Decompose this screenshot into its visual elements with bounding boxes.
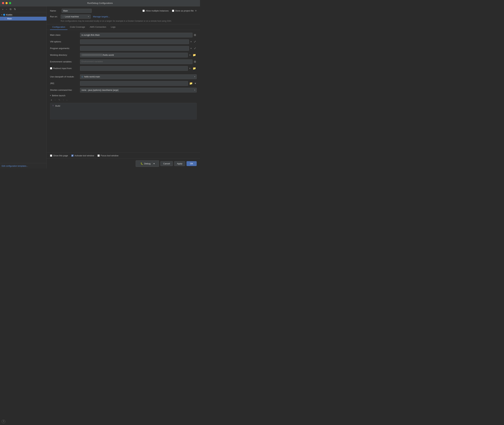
jre-dropdown-arrow[interactable]: ▾ — [194, 81, 197, 85]
jre-browse-button[interactable]: 📁 — [189, 81, 193, 85]
env-vars-field: Environment variables ⊞ — [80, 60, 197, 64]
debug-dropdown-arrow[interactable]: ▾ — [152, 161, 156, 166]
tab-aws-connection[interactable]: AWS Connection — [87, 24, 109, 30]
tab-code-coverage[interactable]: Code Coverage — [67, 24, 87, 30]
show-this-page-option[interactable]: Show this page — [50, 154, 68, 157]
classpath-row: Use classpath of module: ⊡ hello-world.m… — [50, 74, 197, 79]
show-this-page-label: Show this page — [53, 154, 68, 157]
add-config-button[interactable]: + — [1, 7, 4, 11]
kotlin-group-label: Kotlin — [6, 13, 12, 16]
maximize-button[interactable] — [9, 2, 11, 4]
jre-input[interactable] — [80, 81, 188, 86]
tab-logs[interactable]: Logs — [109, 24, 118, 30]
copy-config-button[interactable]: ⧉ — [9, 7, 12, 11]
apply-button[interactable]: Apply — [174, 161, 185, 166]
focus-tool-window-option[interactable]: Focus tool window — [97, 154, 118, 157]
before-launch-section: ▾ Before launch + − ✎ ↑ ↓ ⊤ Build — [50, 94, 197, 120]
classpath-dropdown[interactable]: ⊡ hello-world.main ▾ — [80, 74, 197, 79]
edit-templates-link[interactable]: Edit configuration templates... — [2, 165, 28, 167]
vm-options-field: + ⤢ — [80, 39, 197, 44]
working-directory-browse-button[interactable]: 📁 — [192, 53, 197, 57]
classpath-dropdown-arrow: ▾ — [194, 76, 195, 78]
minimize-button[interactable] — [6, 2, 8, 4]
sidebar: + − ⧉ ⇅ ▾ 🔷 Kotlin ▷ Main Edit configura… — [0, 6, 47, 169]
build-item-label: Build — [55, 105, 60, 107]
redirect-input-add-button[interactable]: + — [188, 66, 191, 70]
run-on-arrow: ▾ — [88, 16, 89, 18]
vm-options-input[interactable] — [80, 39, 189, 44]
window-controls[interactable] — [2, 2, 11, 4]
store-as-project-file-input[interactable] — [172, 10, 174, 12]
main-class-input[interactable] — [80, 33, 193, 37]
run-on-label: Run on: — [50, 15, 58, 18]
program-arguments-row: Program arguments: + ⤢ — [50, 46, 197, 51]
sidebar-item-main[interactable]: ▷ Main — [0, 17, 46, 20]
before-launch-expand-arrow[interactable]: ▾ — [50, 94, 51, 97]
program-arguments-label: Program arguments: — [50, 47, 80, 50]
before-launch-item-build[interactable]: ⊤ Build — [52, 104, 195, 108]
sidebar-group-kotlin: ▾ 🔷 Kotlin ▷ Main — [0, 13, 46, 20]
working-directory-suffix: /hello-world — [103, 54, 114, 56]
build-item-icon: ⊤ — [52, 105, 54, 107]
main-class-browse-button[interactable]: ⊞ — [193, 33, 197, 37]
allow-multiple-instances-label: Allow multiple instances — [146, 9, 169, 12]
env-vars-browse-button[interactable]: ⊞ — [193, 60, 197, 64]
run-on-dropdown[interactable]: ⌂ Local machine ▾ — [61, 14, 91, 19]
name-input[interactable] — [62, 9, 92, 13]
store-as-project-settings-icon[interactable]: ⚙ — [195, 10, 197, 12]
footer-options: Show this page Activate tool window Focu… — [47, 153, 200, 159]
before-launch-edit-button[interactable]: ✎ — [58, 98, 61, 102]
env-vars-input[interactable]: Environment variables — [80, 60, 193, 64]
manage-targets-link[interactable]: Manage targets... — [93, 15, 110, 18]
before-launch-down-button[interactable]: ↓ — [66, 98, 68, 102]
store-as-project-file-checkbox[interactable]: Store as project file ⚙ — [172, 9, 197, 12]
redirect-input-checkbox[interactable] — [50, 67, 52, 69]
working-directory-input[interactable]: •••••••••••••••••••••••••••• /hello-worl… — [80, 53, 188, 57]
before-launch-label: Before launch — [52, 94, 65, 97]
program-arguments-add-button[interactable]: + — [190, 46, 193, 50]
allow-multiple-instances-checkbox[interactable]: Allow multiple instances — [142, 9, 169, 12]
before-launch-remove-button[interactable]: − — [54, 98, 57, 102]
header-row1: Name: Allow multiple instances Store as … — [50, 9, 197, 13]
main-item-label: Main — [7, 17, 12, 20]
activate-tool-window-option[interactable]: Activate tool window — [71, 154, 94, 157]
sort-config-button[interactable]: ⇅ — [13, 7, 17, 11]
cancel-button[interactable]: Cancel — [160, 161, 173, 166]
main-class-field: ⊞ — [80, 33, 197, 37]
focus-tool-window-checkbox[interactable] — [97, 154, 100, 157]
working-directory-add-button[interactable]: + — [188, 53, 191, 57]
remove-config-button[interactable]: − — [5, 7, 8, 11]
redirect-input-browse-button[interactable]: 📁 — [192, 66, 197, 70]
activate-tool-window-checkbox[interactable] — [71, 154, 73, 157]
debug-main-part[interactable]: 🐛 Debug — [139, 161, 152, 166]
debug-label: Debug — [144, 162, 150, 165]
redirect-input-input[interactable] — [80, 66, 188, 71]
ok-button[interactable]: OK — [187, 161, 197, 166]
vm-options-expand-button[interactable]: ⤢ — [193, 40, 197, 44]
program-arguments-expand-button[interactable]: ⤢ — [193, 46, 197, 50]
shorten-dropdown-arrow: ▾ — [194, 89, 195, 91]
allow-multiple-instances-input[interactable] — [142, 10, 145, 12]
shorten-row: Shorten command line: none - java [optio… — [50, 88, 197, 93]
debug-button[interactable]: 🐛 Debug ▾ — [136, 160, 159, 167]
header-row2: Run on: ⌂ Local machine ▾ Manage targets… — [50, 14, 197, 19]
jre-label: JRE: — [50, 82, 80, 85]
header-checkboxes: Allow multiple instances Store as projec… — [142, 9, 197, 12]
tab-configuration[interactable]: Configuration — [50, 24, 67, 30]
env-vars-label: Environment variables: — [50, 60, 80, 63]
working-directory-label: Working directory: — [50, 54, 80, 56]
before-launch-add-button[interactable]: + — [50, 98, 53, 102]
working-directory-field: •••••••••••••••••••••••••••• /hello-worl… — [80, 53, 197, 57]
jre-row: JRE: 📁 ▾ — [50, 81, 197, 86]
jre-field: 📁 ▾ — [80, 81, 197, 86]
sidebar-group-kotlin-header[interactable]: ▾ 🔷 Kotlin — [0, 13, 46, 17]
sidebar-footer: Edit configuration templates... — [0, 163, 46, 169]
before-launch-up-button[interactable]: ↑ — [62, 98, 65, 102]
close-button[interactable] — [2, 2, 4, 4]
working-directory-row: Working directory: •••••••••••••••••••••… — [50, 53, 197, 58]
show-this-page-checkbox[interactable] — [50, 154, 52, 157]
shorten-dropdown[interactable]: none - java [options] className [args] ▾ — [80, 88, 197, 93]
program-arguments-input[interactable] — [80, 46, 189, 51]
vm-options-add-button[interactable]: + — [190, 40, 193, 44]
sidebar-toolbar: + − ⧉ ⇅ — [0, 6, 46, 12]
